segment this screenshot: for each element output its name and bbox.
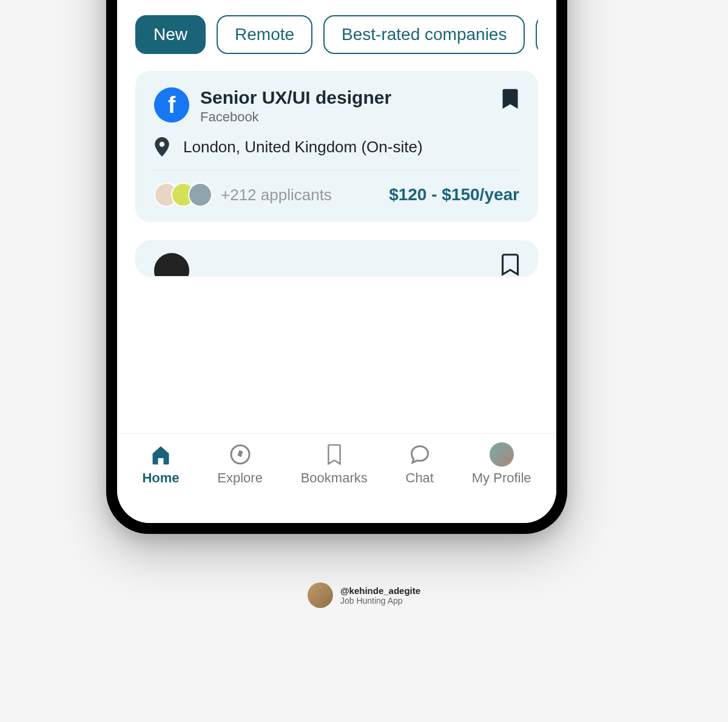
chip-best-rated[interactable]: Best-rated companies (323, 15, 525, 54)
chip-new[interactable]: New (135, 15, 206, 54)
nav-label: Home (142, 470, 179, 486)
author-handle: @kehinde_adegite (340, 585, 420, 596)
phone-frame: New York, United States (Hybrid) +212 ap… (106, 0, 567, 534)
author-subtitle: Job Hunting App (340, 596, 420, 606)
nav-label: Chat (406, 470, 434, 486)
job-card[interactable]: f Senior UX/UI designer Facebook (135, 71, 538, 222)
author-avatar (308, 582, 333, 608)
location-pin-icon (154, 137, 170, 157)
applicant-avatars (154, 183, 212, 207)
salary-range: $120 - $150/year (389, 185, 519, 204)
bookmark-icon[interactable] (501, 253, 519, 277)
nav-label: Explore (217, 470, 263, 486)
bookmark-icon (322, 442, 346, 467)
chip-remote[interactable]: Remote (217, 15, 312, 54)
job-title: Senior UX/UI designer (200, 87, 391, 108)
company-logo-facebook: f (154, 87, 189, 123)
chip-overflow[interactable] (536, 15, 538, 54)
phone-screen: New York, United States (Hybrid) +212 ap… (117, 0, 556, 523)
nav-home[interactable]: Home (142, 442, 179, 486)
profile-avatar-icon (490, 442, 514, 467)
nav-label: My Profile (472, 470, 531, 486)
job-location: London, United Kingdom (On-site) (183, 138, 423, 157)
compass-icon (228, 442, 252, 467)
chat-icon (408, 442, 432, 467)
nav-chat[interactable]: Chat (406, 442, 434, 486)
bookmark-icon[interactable] (501, 87, 519, 110)
bottom-nav: Home Explore Bookmarks (117, 433, 556, 523)
avatar (188, 183, 212, 207)
nav-bookmarks[interactable]: Bookmarks (301, 442, 368, 486)
applicants-count: +212 applicants (221, 186, 332, 204)
home-icon (149, 442, 173, 467)
company-logo (154, 253, 189, 277)
filter-chips: New Remote Best-rated companies (135, 15, 538, 54)
author-credit: @kehinde_adegite Job Hunting App (308, 582, 420, 608)
nav-profile[interactable]: My Profile (472, 442, 531, 486)
nav-explore[interactable]: Explore (217, 442, 263, 486)
company-name: Facebook (200, 109, 391, 125)
nav-label: Bookmarks (301, 470, 368, 486)
job-card-peek[interactable] (135, 240, 538, 277)
